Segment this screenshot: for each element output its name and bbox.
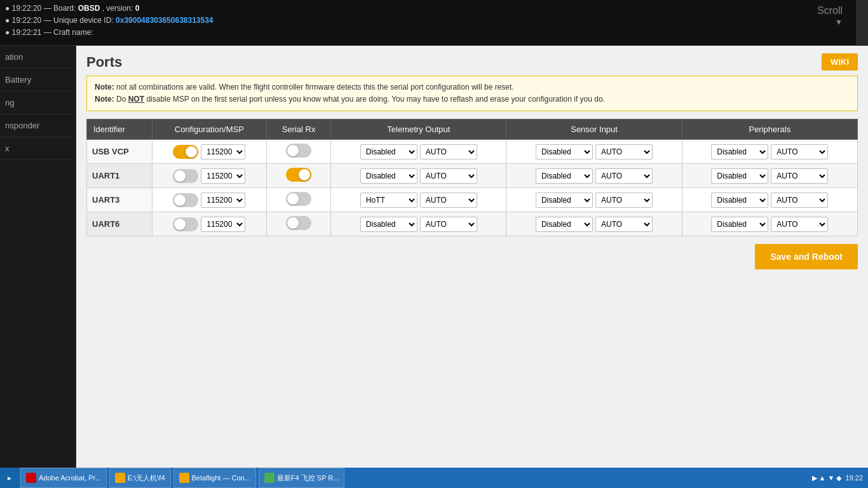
peripherals-auto-select[interactable]: AUTO1200240048009600 — [771, 144, 828, 159]
sensor-select[interactable]: DisabledMSPGPSSONAR — [536, 144, 593, 159]
taskbar-item-latest[interactable]: 最新F4 飞控 SP R... — [259, 468, 345, 488]
config-cell: 9600192003840057600115200230400 — [152, 140, 266, 164]
peripherals-auto-select[interactable]: AUTO1200240048009600 — [771, 193, 828, 208]
telemetry-auto-select[interactable]: AUTO1200240048009600 — [420, 217, 477, 232]
sidebar-item-transponder[interactable]: nsponder — [0, 114, 76, 137]
taskbar-item-betaflight[interactable]: Betaflight — Con... — [173, 468, 256, 488]
sidebar-item-ation[interactable]: ation — [0, 46, 76, 69]
rx-toggle-3[interactable] — [286, 216, 311, 230]
telemetry-select[interactable]: DisabledFRSKY_DFRSKY_XHoTTLTMSMARTPORT — [360, 217, 417, 232]
folder-icon — [115, 473, 125, 483]
log-time-3: ● 19:22:21 — — [5, 28, 53, 37]
taskbar-time: 19:22 — [845, 474, 863, 482]
sensor-auto-select[interactable]: AUTO1200240048009600 — [595, 193, 653, 208]
col-header-sensor: Sensor Input — [506, 119, 682, 140]
log-board-name: OBSD — [78, 4, 100, 13]
telemetry-select[interactable]: DisabledFRSKY_DFRSKY_XHoTTLTMSMARTPORT — [360, 193, 417, 208]
col-header-serial-rx: Serial Rx — [266, 119, 330, 140]
config-speed-select[interactable]: 9600192003840057600115200230400 — [201, 217, 245, 232]
main-layout: ation Battery ng nsponder x Ports WIKI N… — [0, 46, 868, 470]
sidebar-item-battery[interactable]: Battery — [0, 69, 76, 92]
scroll-arrow: ▼ — [835, 18, 843, 27]
config-toggle-3[interactable] — [173, 217, 198, 231]
taskbar-betaflight-label: Betaflight — Con... — [192, 474, 250, 482]
sensor-select[interactable]: DisabledMSPGPSSONAR — [536, 217, 593, 232]
telemetry-auto-select[interactable]: AUTO1200240048009600 — [420, 168, 477, 184]
log-board-label: Board: — [53, 4, 78, 13]
peripherals-select[interactable]: DisabledBlackboxMSP — [711, 217, 768, 232]
telemetry-cell: DisabledFRSKY_DFRSKY_XHoTTLTMSMARTPORTAU… — [331, 140, 506, 164]
note1-bold: Note: — [95, 83, 114, 92]
sensor-cell: DisabledMSPGPSSONARAUTO1200240048009600 — [506, 212, 682, 236]
config-speed-select[interactable]: 9600192003840057600115200230400 — [201, 144, 245, 159]
peripherals-select[interactable]: DisabledBlackboxMSP — [711, 193, 768, 208]
identifier-cell: UART3 — [87, 188, 153, 212]
peripherals-auto-select[interactable]: AUTO1200240048009600 — [771, 168, 828, 184]
col-header-config: Configuration/MSP — [152, 119, 266, 140]
sensor-auto-select[interactable]: AUTO1200240048009600 — [595, 144, 653, 159]
config-toggle-1[interactable] — [173, 169, 198, 183]
peripherals-select[interactable]: DisabledBlackboxMSP — [711, 144, 768, 159]
log-version-label: , version: — [102, 4, 135, 13]
taskbar-item-adobe[interactable]: Adobe Acrobat, Pr... — [20, 468, 107, 488]
telemetry-auto-select[interactable]: AUTO1200240048009600 — [420, 144, 477, 159]
identifier-cell: USB VCP — [87, 140, 153, 164]
sensor-auto-select[interactable]: AUTO1200240048009600 — [595, 217, 653, 232]
latest-icon — [264, 473, 275, 483]
peripherals-auto-select[interactable]: AUTO1200240048009600 — [771, 217, 828, 232]
rx-cell — [266, 188, 330, 212]
warning-line-2: Note: Do NOT disable MSP on the first se… — [95, 93, 850, 105]
rx-cell — [266, 212, 330, 236]
peripherals-cell: DisabledBlackboxMSPAUTO1200240048009600 — [682, 188, 857, 212]
config-toggle-0[interactable] — [173, 145, 198, 159]
wiki-button[interactable]: WIKI — [822, 53, 858, 71]
identifier-cell: UART6 — [87, 212, 153, 236]
log-scrollbar[interactable] — [857, 0, 868, 46]
warning-line-1: Note: not all combinations are valid. Wh… — [95, 81, 850, 93]
scroll-label: Scroll — [817, 5, 843, 17]
taskbar-latest-label: 最新F4 飞控 SP R... — [277, 473, 339, 483]
telemetry-cell: DisabledFRSKY_DFRSKY_XHoTTLTMSMARTPORTAU… — [331, 164, 506, 188]
rx-toggle-1[interactable] — [286, 168, 311, 182]
log-uid-label: Unique device ID: — [53, 16, 116, 25]
telemetry-select[interactable]: DisabledFRSKY_DFRSKY_XHoTTLTMSMARTPORT — [360, 168, 417, 184]
sidebar: ation Battery ng nsponder x — [0, 46, 76, 470]
taskbar-tray: ▶ ▲ ▼ ◆ 19:22 — [807, 474, 868, 482]
sidebar-item-x[interactable]: x — [0, 137, 76, 160]
sidebar-item-ng[interactable]: ng — [0, 92, 76, 114]
rx-toggle-2[interactable] — [286, 192, 311, 206]
log-area: ● 19:22:20 — Board: OBSD , version: 0 ● … — [0, 0, 868, 46]
rx-cell — [266, 164, 330, 188]
log-time-2: ● 19:22:20 — — [5, 16, 53, 25]
taskbar-item-folder[interactable]: E:\无人机\f4 — [109, 468, 171, 488]
adobe-icon — [26, 473, 36, 483]
peripherals-select[interactable]: DisabledBlackboxMSP — [711, 168, 768, 184]
config-speed-select[interactable]: 9600192003840057600115200230400 — [201, 168, 245, 184]
content-area: Ports WIKI Note: not all combinations ar… — [76, 46, 868, 470]
table-row: UART19600192003840057600115200230400Disa… — [87, 164, 858, 188]
sensor-auto-select[interactable]: AUTO1200240048009600 — [595, 168, 653, 184]
telemetry-select[interactable]: DisabledFRSKY_DFRSKY_XHoTTLTMSMARTPORT — [360, 144, 417, 159]
log-version: 0 — [135, 4, 140, 13]
peripherals-cell: DisabledBlackboxMSPAUTO1200240048009600 — [682, 140, 857, 164]
col-header-identifier: Identifier — [87, 119, 153, 140]
note2-bold: Note: — [95, 95, 114, 104]
config-toggle-2[interactable] — [173, 193, 198, 207]
ports-header: Ports WIKI — [76, 46, 868, 76]
telemetry-auto-select[interactable]: AUTO1200240048009600 — [420, 193, 477, 208]
taskbar-start[interactable]: ► — [0, 468, 19, 488]
note2-text: disable MSP on the first serial port unl… — [146, 95, 605, 104]
betaflight-icon — [179, 473, 189, 483]
telemetry-cell: DisabledFRSKY_DFRSKY_XHoTTLTMSMARTPORTAU… — [331, 212, 506, 236]
note2-pre: Do — [116, 95, 128, 104]
table-row: USB VCP9600192003840057600115200230400Di… — [87, 140, 858, 164]
save-reboot-button[interactable]: Save and Reboot — [755, 244, 858, 269]
taskbar: ► Adobe Acrobat, Pr... E:\无人机\f4 Betafli… — [0, 468, 868, 488]
sensor-select[interactable]: DisabledMSPGPSSONAR — [536, 193, 593, 208]
ports-table: Identifier Configuration/MSP Serial Rx T… — [86, 119, 858, 236]
taskbar-icons: ▶ ▲ ▼ ◆ — [812, 474, 842, 482]
note1-text: not all combinations are valid. When the… — [116, 83, 514, 92]
sensor-select[interactable]: DisabledMSPGPSSONAR — [536, 168, 593, 184]
config-speed-select[interactable]: 9600192003840057600115200230400 — [201, 193, 245, 208]
rx-toggle-0[interactable] — [286, 144, 311, 158]
